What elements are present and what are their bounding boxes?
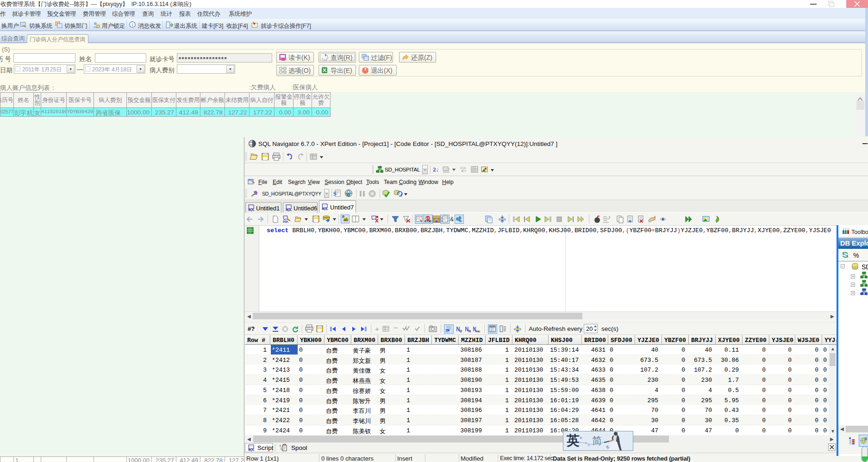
svg-text:1010: 1010 <box>443 171 450 173</box>
svg-text:W: W <box>346 192 350 197</box>
svg-text:N&D: N&D <box>475 330 480 333</box>
svg-text:SQL: SQL <box>322 207 328 210</box>
svg-text:D: D <box>460 329 462 333</box>
svg-text:5: 5 <box>280 444 281 447</box>
svg-text:SQL: SQL <box>248 208 254 211</box>
svg-text:5: 5 <box>460 216 462 219</box>
svg-text:SQL: SQL <box>283 220 289 223</box>
svg-text:N: N <box>468 329 471 333</box>
svg-text:Def: Def <box>446 330 451 333</box>
svg-text:9: 9 <box>460 220 462 222</box>
svg-text:SQL: SQL <box>286 208 292 211</box>
svg-text:i: i <box>132 22 133 27</box>
svg-text:S: S <box>333 190 337 197</box>
svg-text:SQL: SQL <box>460 166 467 170</box>
svg-text:2↓: 2↓ <box>433 166 439 173</box>
svg-text:SQL: SQL <box>248 448 254 451</box>
